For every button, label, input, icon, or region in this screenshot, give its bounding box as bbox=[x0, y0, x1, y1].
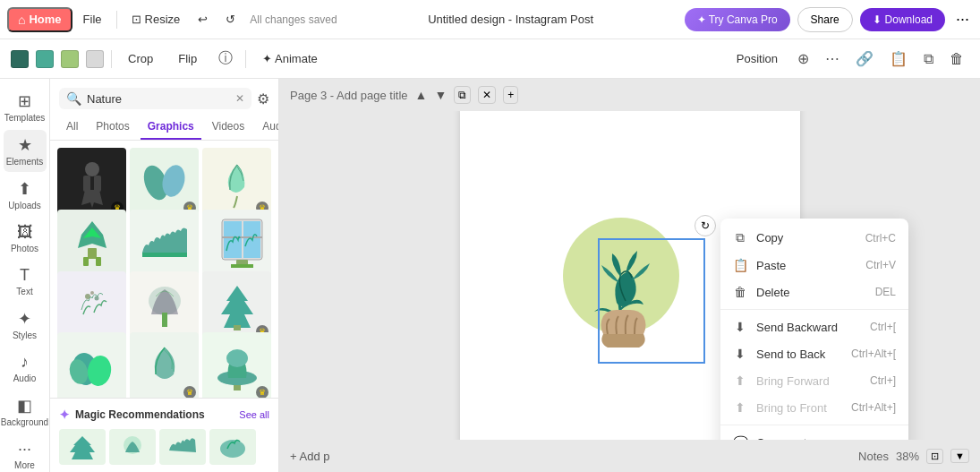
clear-search-icon[interactable]: ✕ bbox=[235, 92, 244, 105]
svg-rect-9 bbox=[96, 257, 101, 266]
tab-audio[interactable]: Audio bbox=[255, 115, 279, 140]
context-delete[interactable]: 🗑 Delete DEL bbox=[720, 279, 908, 305]
search-input[interactable] bbox=[87, 92, 230, 106]
copy-style-button[interactable]: 📋 bbox=[884, 47, 913, 71]
position-label: Position bbox=[737, 52, 778, 65]
download-button[interactable]: ⬇ Download bbox=[860, 8, 945, 31]
page-title: Page 3 - Add page title bbox=[290, 89, 408, 102]
tab-graphics[interactable]: Graphics bbox=[141, 115, 201, 140]
sidebar-item-more[interactable]: ··· More bbox=[4, 434, 47, 472]
svg-rect-28 bbox=[234, 385, 241, 390]
crop-button[interactable]: Crop bbox=[119, 48, 162, 69]
sidebar-item-templates[interactable]: ⊞ Templates bbox=[4, 86, 47, 128]
color-swatch-4[interactable] bbox=[86, 50, 104, 68]
page-icon-1[interactable]: ⧉ bbox=[454, 86, 471, 104]
zoom-menu-button[interactable]: ▼ bbox=[950, 449, 969, 463]
list-item[interactable]: ♛ bbox=[202, 332, 271, 398]
more-options-button[interactable]: ··· bbox=[952, 6, 973, 32]
list-item[interactable] bbox=[57, 210, 126, 279]
delete-button[interactable]: 🗑 bbox=[944, 47, 969, 71]
tab-all[interactable]: All bbox=[59, 115, 85, 140]
delete-context-icon: 🗑 bbox=[733, 285, 747, 299]
list-item[interactable] bbox=[202, 210, 271, 279]
toolbar-right: Position ⊕ ⋯ 🔗 📋 ⧉ 🗑 bbox=[728, 47, 969, 71]
link-icon-button[interactable]: 🔗 bbox=[850, 47, 879, 71]
position-button[interactable]: Position bbox=[728, 48, 787, 69]
search-icon: 🔍 bbox=[66, 91, 81, 106]
sidebar-item-audio[interactable]: ♪ Audio bbox=[4, 348, 47, 389]
save-status: All changes saved bbox=[250, 13, 337, 26]
sidebar-item-uploads[interactable]: ⬆ Uploads bbox=[4, 174, 47, 216]
context-copy[interactable]: ⧉ Copy Ctrl+C bbox=[720, 224, 908, 252]
list-item[interactable]: ♛ bbox=[57, 148, 126, 217]
page-nav-up[interactable]: ▲ bbox=[415, 88, 428, 102]
resize-button[interactable]: ⊡ Resize bbox=[124, 9, 188, 30]
zoom-fit-button[interactable]: ⊡ bbox=[926, 449, 943, 464]
divider-1 bbox=[116, 11, 117, 29]
color-swatch-2[interactable] bbox=[36, 50, 54, 68]
context-paste[interactable]: 📋 Paste Ctrl+V bbox=[720, 252, 908, 279]
list-item[interactable]: ♛ bbox=[202, 271, 271, 340]
see-all-button[interactable]: See all bbox=[239, 409, 269, 420]
context-comment[interactable]: 💬 Comment bbox=[720, 429, 908, 440]
left-sidebar: ⊞ Templates ★ Elements ⬆ Uploads 🖼 Photo… bbox=[0, 79, 50, 472]
context-send-to-back[interactable]: ⬇ Send to Back Ctrl+Alt+[ bbox=[720, 340, 908, 367]
sidebar-item-text[interactable]: T Text bbox=[4, 261, 47, 302]
bring-forward-shortcut: Ctrl+] bbox=[870, 374, 896, 387]
list-item[interactable]: ♛ bbox=[202, 148, 271, 217]
magic-thumb-4[interactable] bbox=[209, 429, 256, 465]
templates-icon: ⊞ bbox=[18, 91, 31, 111]
context-bring-to-front: ⬆ Bring to Front Ctrl+Alt+] bbox=[720, 394, 908, 421]
info-button[interactable]: ⓘ bbox=[213, 46, 238, 72]
add-page-button[interactable]: + Add p bbox=[290, 450, 329, 463]
page-icon-2[interactable]: ✕ bbox=[478, 86, 496, 104]
bring-to-front-shortcut: Ctrl+Alt+] bbox=[851, 401, 896, 414]
share-label: Share bbox=[811, 13, 839, 26]
magic-thumb-1[interactable] bbox=[59, 429, 106, 465]
elements-panel: 🔍 ✕ ⚙ All Photos Graphics Videos Audio ♛… bbox=[50, 79, 279, 472]
list-item[interactable] bbox=[130, 210, 199, 279]
rotate-handle[interactable]: ↻ bbox=[695, 215, 716, 236]
mask-icon-button[interactable]: ⊕ bbox=[792, 47, 814, 71]
list-item[interactable] bbox=[57, 332, 126, 398]
sidebar-item-background[interactable]: ◧ Background bbox=[4, 390, 47, 433]
undo-button[interactable]: ↩ bbox=[191, 9, 215, 30]
sidebar-item-elements[interactable]: ★ Elements bbox=[4, 130, 47, 172]
magic-thumbs bbox=[59, 429, 269, 465]
svg-rect-14 bbox=[222, 236, 262, 238]
delete-shortcut: DEL bbox=[875, 286, 896, 298]
svg-rect-16 bbox=[231, 264, 253, 268]
delete-label: Delete bbox=[756, 286, 790, 299]
sidebar-item-styles[interactable]: ✦ Styles bbox=[4, 304, 47, 346]
context-send-backward[interactable]: ⬇ Send Backward Ctrl+[ bbox=[720, 313, 908, 340]
page-icon-3[interactable]: + bbox=[503, 86, 518, 104]
resize-icon: ⊡ bbox=[132, 13, 141, 26]
color-swatch-1[interactable] bbox=[11, 50, 29, 68]
magic-thumb-2[interactable] bbox=[109, 429, 156, 465]
file-button[interactable]: File bbox=[76, 9, 109, 30]
flip-button[interactable]: Flip bbox=[169, 48, 206, 69]
tab-videos[interactable]: Videos bbox=[205, 115, 251, 140]
redo-button[interactable]: ↺ bbox=[218, 9, 243, 30]
canvas-wrapper: ↻ ⧉ Copy Ctrl+C 📋 Paste Ctrl+V 🗑 bbox=[279, 111, 980, 440]
color-swatch-3[interactable] bbox=[61, 50, 79, 68]
animate-button[interactable]: ✦ Animate bbox=[253, 48, 327, 69]
list-item[interactable]: ♛ bbox=[130, 332, 199, 398]
list-item[interactable] bbox=[130, 271, 199, 340]
bring-to-front-label: Bring to Front bbox=[756, 401, 827, 415]
filter-icon[interactable]: ⚙ bbox=[257, 90, 269, 107]
magic-thumb-3[interactable] bbox=[159, 429, 206, 465]
home-button[interactable]: ⌂ Home bbox=[7, 7, 72, 32]
page-nav-down[interactable]: ▼ bbox=[434, 88, 447, 102]
list-item[interactable] bbox=[57, 271, 126, 340]
tab-photos[interactable]: Photos bbox=[89, 115, 136, 140]
send-backward-label: Send Backward bbox=[756, 321, 838, 334]
duplicate-button[interactable]: ⧉ bbox=[918, 47, 939, 71]
list-item[interactable]: ♛ bbox=[130, 148, 199, 217]
sidebar-item-photos[interactable]: 🖼 Photos bbox=[4, 218, 47, 259]
elements-icon: ★ bbox=[18, 135, 32, 155]
share-button[interactable]: Share bbox=[797, 7, 853, 32]
try-canva-pro-button[interactable]: ✦ Try Canva Pro bbox=[685, 8, 790, 31]
photos-icon: 🖼 bbox=[17, 223, 33, 242]
grid-icon-button[interactable]: ⋯ bbox=[820, 47, 845, 71]
